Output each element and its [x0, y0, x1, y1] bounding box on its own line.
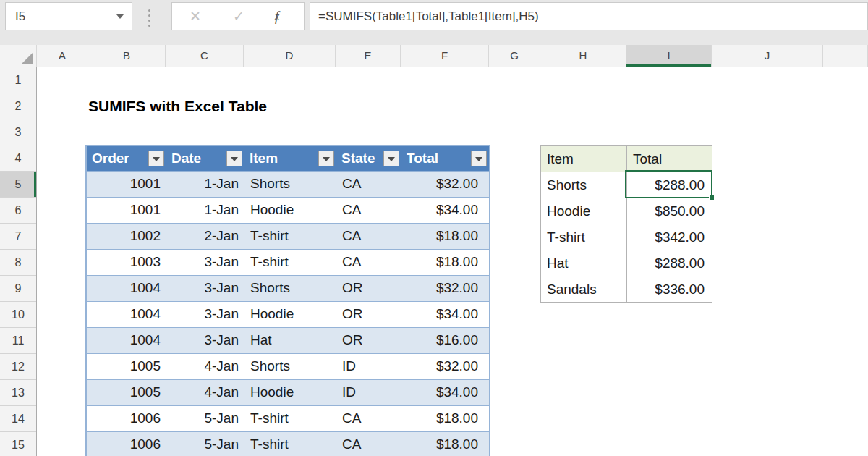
cell[interactable]: Shorts [541, 172, 627, 198]
cell[interactable]: 3-Jan [166, 327, 244, 353]
table1-header-order[interactable]: Order [86, 145, 166, 171]
cell[interactable]: OR [336, 275, 401, 301]
row-header-10[interactable]: 10 [0, 302, 36, 328]
row-header-11[interactable]: 11 [0, 328, 36, 354]
row-header-9[interactable]: 9 [0, 276, 36, 302]
cell[interactable]: Shorts [244, 353, 336, 379]
cell[interactable]: ID [336, 353, 401, 379]
select-all-button[interactable] [0, 45, 37, 67]
cell[interactable]: $18.00 [401, 223, 490, 249]
cell[interactable]: $32.00 [401, 353, 490, 379]
summary-header-total[interactable]: Total [627, 146, 712, 172]
row-header-3[interactable]: 3 [0, 119, 36, 145]
cell[interactable]: $18.00 [401, 431, 490, 456]
cell[interactable]: $342.00 [627, 224, 712, 250]
cell[interactable]: OR [336, 301, 401, 327]
name-box[interactable]: I5 [5, 2, 132, 30]
cell[interactable]: 1006 [86, 431, 166, 456]
row-header-2[interactable]: 2 [0, 93, 36, 119]
cell[interactable]: 4-Jan [166, 353, 244, 379]
filter-dropdown-icon[interactable] [148, 151, 164, 166]
cell[interactable]: CA [336, 197, 401, 223]
cell[interactable]: ID [336, 379, 401, 405]
cancel-icon[interactable]: ✕ [190, 3, 201, 30]
cell[interactable]: 1-Jan [166, 197, 244, 223]
name-box-dropdown-icon[interactable] [116, 14, 124, 19]
cell[interactable]: Hoodie [244, 379, 336, 405]
row-header-5[interactable]: 5 [0, 172, 36, 198]
enter-icon[interactable]: ✓ [233, 3, 244, 30]
cell[interactable]: Shorts [244, 171, 336, 197]
cell[interactable]: $34.00 [401, 301, 490, 327]
column-header-I[interactable]: I [626, 45, 712, 67]
cell[interactable]: CA [336, 171, 401, 197]
cell[interactable]: 1004 [86, 301, 166, 327]
cell[interactable]: $18.00 [401, 405, 490, 431]
cell[interactable]: $32.00 [401, 275, 490, 301]
cell[interactable]: Sandals [541, 276, 627, 303]
table1-header-item[interactable]: Item [244, 145, 336, 171]
column-header-G[interactable]: G [489, 45, 540, 67]
cell[interactable]: 1003 [86, 249, 166, 275]
cell[interactable]: CA [336, 431, 401, 456]
cell[interactable]: 1001 [86, 197, 166, 223]
column-header-F[interactable]: F [401, 45, 489, 67]
cell[interactable]: Hoodie [541, 198, 627, 224]
cell[interactable]: Hat [244, 327, 336, 353]
cell[interactable]: 5-Jan [166, 431, 244, 456]
cell[interactable]: Hat [541, 250, 627, 276]
formula-bar-grip-icon[interactable] [148, 9, 151, 30]
cell[interactable]: $336.00 [627, 276, 712, 303]
cell[interactable]: $18.00 [401, 249, 490, 275]
cell[interactable]: 1002 [86, 223, 166, 249]
column-header-J[interactable]: J [712, 45, 823, 67]
row-header-8[interactable]: 8 [0, 250, 36, 276]
cell[interactable]: 1006 [86, 405, 166, 431]
filter-dropdown-icon[interactable] [471, 151, 487, 166]
filter-dropdown-icon[interactable] [383, 151, 399, 166]
cell[interactable]: $34.00 [401, 379, 490, 405]
cell[interactable]: T-shirt [244, 431, 336, 456]
column-header-B[interactable]: B [88, 45, 166, 67]
summary-header-item[interactable]: Item [541, 146, 627, 172]
cell[interactable]: 1005 [86, 353, 166, 379]
row-header-4[interactable]: 4 [0, 145, 36, 172]
cell[interactable]: T-shirt [244, 249, 336, 275]
cell[interactable]: CA [336, 249, 401, 275]
column-header-C[interactable]: C [166, 45, 244, 67]
cell[interactable]: 3-Jan [166, 301, 244, 327]
cell[interactable]: 4-Jan [166, 379, 244, 405]
cell[interactable]: CA [336, 223, 401, 249]
table1-header-total[interactable]: Total [401, 145, 490, 171]
cell[interactable]: $288.00 [627, 172, 712, 198]
cell[interactable]: OR [336, 327, 401, 353]
column-header-A[interactable]: A [37, 45, 88, 67]
cell[interactable]: CA [336, 405, 401, 431]
row-header-6[interactable]: 6 [0, 198, 36, 224]
cell[interactable]: Shorts [244, 275, 336, 301]
sheet-title-cell[interactable]: SUMIFS with Excel Table [88, 93, 267, 119]
column-header-D[interactable]: D [244, 45, 336, 67]
row-header-7[interactable]: 7 [0, 224, 36, 250]
row-header-1[interactable]: 1 [0, 67, 36, 93]
cell[interactable]: 1-Jan [166, 171, 244, 197]
cell[interactable]: $850.00 [627, 198, 712, 224]
cell[interactable]: T-shirt [244, 223, 336, 249]
table1-header-date[interactable]: Date [166, 145, 244, 171]
cell[interactable]: $32.00 [401, 171, 490, 197]
cell[interactable]: 1001 [86, 171, 166, 197]
table1-header-state[interactable]: State [336, 145, 401, 171]
filter-dropdown-icon[interactable] [318, 151, 334, 166]
row-header-14[interactable]: 14 [0, 406, 36, 432]
cell[interactable]: T-shirt [244, 405, 336, 431]
column-header-H[interactable]: H [540, 45, 626, 67]
cell[interactable]: 2-Jan [166, 223, 244, 249]
column-header-E[interactable]: E [336, 45, 401, 67]
cell[interactable]: Hoodie [244, 301, 336, 327]
cell[interactable]: 5-Jan [166, 405, 244, 431]
cell[interactable]: 3-Jan [166, 249, 244, 275]
cell[interactable]: 1004 [86, 327, 166, 353]
cell[interactable]: Hoodie [244, 197, 336, 223]
cell[interactable]: 3-Jan [166, 275, 244, 301]
cell[interactable]: $34.00 [401, 197, 490, 223]
